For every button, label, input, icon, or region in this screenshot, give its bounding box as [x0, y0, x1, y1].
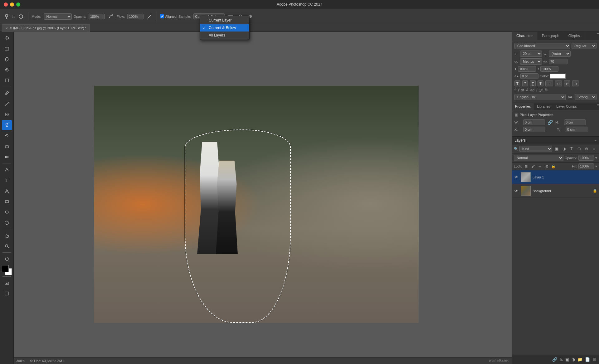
superscript-icon2[interactable]: 1st: [539, 88, 543, 92]
layers-opacity-arrow[interactable]: ▾: [595, 156, 597, 160]
x-input[interactable]: 0 cm: [523, 127, 545, 132]
layers-fill-input[interactable]: 100%: [578, 163, 594, 169]
subscript-btn[interactable]: T1: [572, 80, 579, 86]
ordinal-icon[interactable]: st: [521, 88, 524, 92]
opacity-airbrush-toggle[interactable]: [107, 12, 115, 21]
hand-tool[interactable]: [2, 231, 12, 240]
lasso-tool[interactable]: [2, 54, 12, 64]
healing-brush-tool[interactable]: [2, 109, 12, 119]
tab-character[interactable]: Character: [512, 32, 538, 40]
layers-kind-select[interactable]: Kind: [519, 146, 552, 152]
delete-layer-icon[interactable]: 🗑: [592, 357, 597, 362]
custom-shape-tool[interactable]: [2, 218, 12, 228]
screen-mode-toggle[interactable]: [2, 289, 12, 298]
brush-preset-picker[interactable]: [17, 12, 25, 21]
gradient-tool[interactable]: [2, 152, 12, 162]
opacity-input[interactable]: 100%: [89, 14, 105, 19]
canvas-image[interactable]: [94, 86, 419, 323]
eraser-tool[interactable]: [2, 141, 12, 151]
add-mask-icon[interactable]: ▣: [565, 357, 569, 362]
history-brush-tool[interactable]: [2, 131, 12, 141]
tab-libraries[interactable]: Libraries: [534, 103, 553, 110]
pen-tool[interactable]: [2, 165, 12, 175]
foreground-background-colors[interactable]: [2, 265, 12, 275]
lock-artboard-icon[interactable]: ⊠: [544, 163, 549, 169]
text-color-swatch[interactable]: [550, 74, 566, 79]
tab-paragraph[interactable]: Paragraph: [538, 32, 564, 40]
crop-tool[interactable]: [2, 75, 12, 85]
dropdown-item-current-layer[interactable]: Current Layer: [200, 17, 249, 24]
rectangular-marquee-tool[interactable]: [2, 44, 12, 54]
tracking-input[interactable]: 70: [549, 59, 567, 64]
h-scale-input[interactable]: 100%: [518, 66, 536, 72]
type-tool[interactable]: [2, 175, 12, 185]
lock-transparent-icon[interactable]: ⊞: [523, 163, 529, 169]
language-select[interactable]: English: UK: [514, 94, 566, 100]
font-family-select[interactable]: Chalkboard: [514, 43, 570, 49]
strikethrough-btn[interactable]: T: [538, 80, 543, 86]
filter-toggle[interactable]: ●: [591, 146, 597, 152]
props-panel-menu[interactable]: ≡: [597, 103, 599, 110]
aligned-checkbox-label[interactable]: Aligned: [160, 14, 177, 18]
create-adj-icon[interactable]: ◑: [572, 357, 575, 362]
lock-paint-icon[interactable]: 🖌: [530, 163, 536, 169]
layer-item-layer1[interactable]: 👁 Layer 1: [512, 170, 599, 184]
move-tool[interactable]: [2, 33, 12, 43]
zoom-tool[interactable]: [2, 241, 12, 251]
eyedropper-tool[interactable]: [2, 88, 12, 98]
underline-btn[interactable]: T: [530, 80, 536, 86]
close-button[interactable]: [4, 2, 8, 7]
ligature-icon[interactable]: fi: [514, 88, 516, 92]
clone-stamp-tool-icon[interactable]: [2, 12, 11, 21]
fraction-icon[interactable]: ½: [545, 88, 547, 92]
tab-properties[interactable]: Properties: [512, 103, 534, 110]
ellipse-shape-tool[interactable]: [2, 207, 12, 217]
ruler-tool[interactable]: [2, 99, 12, 109]
layers-mode-select[interactable]: Normal: [514, 155, 563, 161]
layers-panel-menu[interactable]: ≡: [595, 139, 597, 142]
contextual-icon[interactable]: I: [536, 88, 537, 92]
rectangle-shape-tool[interactable]: [2, 197, 12, 206]
old-style-icon[interactable]: f: [518, 88, 519, 92]
lock-move-icon[interactable]: ✛: [537, 163, 543, 169]
filter-pixel-icon[interactable]: ▣: [553, 146, 560, 152]
link-layers-icon[interactable]: 🔗: [552, 357, 557, 362]
foreground-color-swatch[interactable]: [2, 265, 9, 272]
mode-select[interactable]: Normal: [44, 13, 72, 20]
dropdown-item-current-below[interactable]: ✓ Current & Below: [200, 24, 249, 32]
filter-shape-icon[interactable]: ⬡: [576, 146, 582, 152]
document-tab[interactable]: ✕ © IMG_0529-Edit.jpg @ 300% (Layer 1, R…: [2, 24, 90, 32]
dropdown-item-all-layers[interactable]: All Layers: [200, 32, 249, 39]
baseline-input[interactable]: 0 pt: [520, 73, 538, 79]
aligned-checkbox[interactable]: [160, 14, 164, 18]
titling-icon[interactable]: ad: [530, 88, 534, 92]
layers-opacity-input[interactable]: 100%: [578, 155, 594, 161]
kerning-select[interactable]: Metrics: [520, 58, 542, 65]
flow-airbrush-btn[interactable]: [145, 12, 153, 21]
flow-input[interactable]: 100%: [127, 14, 144, 19]
filter-type-icon[interactable]: T: [568, 146, 575, 152]
all-caps-btn[interactable]: TT: [545, 80, 553, 86]
filter-smartobj-icon[interactable]: ⊛: [583, 146, 590, 152]
minimize-button[interactable]: [10, 2, 14, 7]
layer-item-background[interactable]: 👁 Background 🔒: [512, 184, 599, 198]
v-scale-input[interactable]: 100%: [540, 66, 558, 72]
antialiasing-select[interactable]: Strong: [575, 94, 597, 100]
leading-select[interactable]: (Auto): [549, 51, 571, 57]
h-input[interactable]: 0 cm: [564, 119, 586, 125]
close-tab-icon[interactable]: ✕: [5, 27, 8, 30]
font-style-select[interactable]: Regular: [572, 43, 597, 49]
quick-mask-toggle[interactable]: [2, 278, 12, 288]
create-layer-icon[interactable]: 📄: [585, 357, 590, 362]
y-input[interactable]: 0 cm: [566, 127, 587, 132]
quick-select-tool[interactable]: [2, 65, 12, 75]
tab-glyphs[interactable]: Glyphs: [564, 32, 585, 40]
maximize-button[interactable]: [16, 2, 20, 7]
swash-icon[interactable]: A: [526, 88, 528, 92]
layer-effects-icon[interactable]: fx: [560, 357, 563, 362]
superscript-btn[interactable]: T1: [564, 80, 571, 86]
path-selection-tool[interactable]: [2, 186, 12, 196]
small-caps-btn[interactable]: TT: [555, 80, 562, 86]
canvas-area[interactable]: 300% ⊙ Doc: 63,3M/63,3M › ploshadka.net: [14, 32, 512, 364]
layers-fill-arrow[interactable]: ▾: [595, 164, 597, 168]
